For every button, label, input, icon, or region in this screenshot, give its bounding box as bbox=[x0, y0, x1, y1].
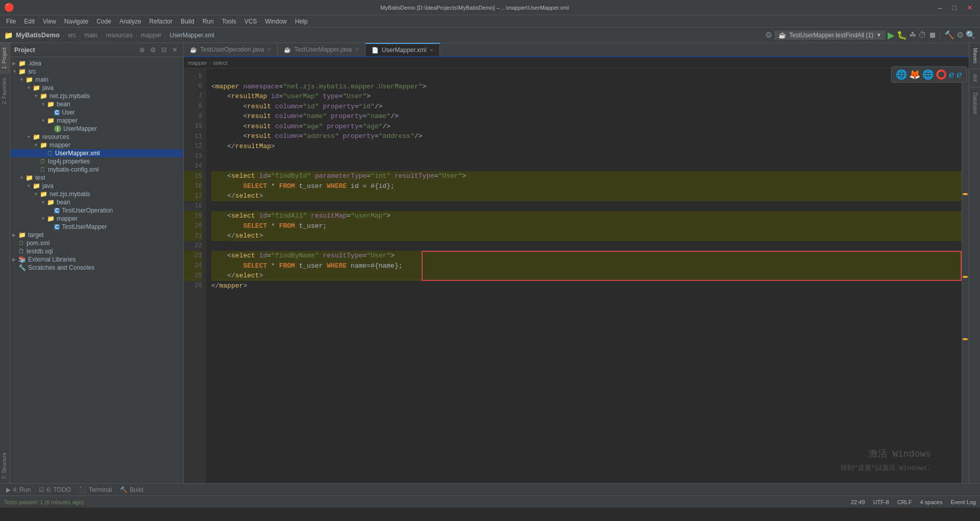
tree-label-21: target bbox=[28, 231, 44, 239]
browser-ie-icon[interactable]: ℯ bbox=[949, 69, 954, 80]
tree-item-21[interactable]: ▶📁target bbox=[10, 231, 183, 239]
tab-close-3[interactable]: ✕ bbox=[429, 48, 433, 53]
tree-item-23[interactable]: 🗒testdb.sql bbox=[10, 247, 183, 255]
tree-item-1[interactable]: ▼📁src bbox=[10, 67, 183, 76]
menu-item-tools[interactable]: Tools bbox=[218, 17, 240, 26]
breadcrumb-part-1[interactable]: mapper bbox=[188, 60, 207, 66]
run-button[interactable]: ▶ bbox=[888, 30, 895, 41]
tree-item-19[interactable]: ▼📁mapper bbox=[10, 215, 183, 223]
project-gear-button[interactable]: ⚙ bbox=[149, 45, 158, 54]
line-num-15: 15 bbox=[184, 171, 202, 181]
tab-user-mapper-xml[interactable]: 📄 UserMapper.xml ✕ bbox=[365, 43, 440, 56]
line-num-14: 14 bbox=[184, 161, 202, 172]
tree-item-7[interactable]: ▼📁mapper bbox=[10, 116, 183, 125]
tab-test-user-operation[interactable]: ☕ TestUserOperation.java ✕ bbox=[184, 43, 278, 56]
tree-item-3[interactable]: ▼📁java bbox=[10, 84, 183, 92]
menu-item-code[interactable]: Code bbox=[92, 17, 115, 26]
menu-item-navigate[interactable]: Navigate bbox=[60, 17, 92, 26]
line-num-20: 20 bbox=[184, 221, 202, 231]
tree-item-9[interactable]: ▼📁resources bbox=[10, 133, 183, 141]
menu-item-edit[interactable]: Edit bbox=[20, 17, 39, 26]
tab-build[interactable]: 🔨 Build bbox=[116, 485, 148, 494]
menu-item-file[interactable]: File bbox=[2, 17, 20, 26]
line-num-18: 18 bbox=[184, 201, 202, 211]
browser-edge2-icon[interactable]: ℯ bbox=[957, 69, 962, 80]
sidebar-tab-structure[interactable]: 7: Structure bbox=[0, 448, 10, 483]
breadcrumb-sep3: › bbox=[101, 32, 103, 39]
tree-item-5[interactable]: ▼📁bean bbox=[10, 100, 183, 108]
browser-firefox-icon[interactable]: 🦊 bbox=[909, 69, 920, 80]
tree-item-14[interactable]: ▼📁test bbox=[10, 174, 183, 182]
browser-chrome-icon[interactable]: 🌐 bbox=[896, 69, 907, 80]
settings-button[interactable]: ⚙ bbox=[957, 30, 964, 40]
tree-item-11[interactable]: 🗒UserMapper.xml bbox=[10, 149, 183, 157]
tree-item-10[interactable]: ▼📁mapper bbox=[10, 141, 183, 149]
code-line-16: SELECT * FROM t_user WHERE id = #{id}; bbox=[211, 181, 962, 192]
menu-item-window[interactable]: Window bbox=[261, 17, 291, 26]
tab-run[interactable]: ▶ 4: Run bbox=[2, 485, 35, 494]
tree-item-16[interactable]: ▼📁net.zjs.mybatis bbox=[10, 190, 183, 198]
editor-area: ☕ TestUserOperation.java ✕ ☕ TestUserMap… bbox=[184, 43, 969, 483]
search-button[interactable]: 🔍 bbox=[966, 30, 976, 40]
menu-item-refactor[interactable]: Refactor bbox=[145, 17, 177, 26]
tree-item-4[interactable]: ▼📁net.zjs.mybatis bbox=[10, 92, 183, 100]
stop-button[interactable]: ⏹ bbox=[928, 31, 937, 40]
profile-button[interactable]: ⏱ bbox=[918, 31, 926, 40]
breadcrumb-part-2[interactable]: select bbox=[213, 60, 228, 66]
project-expand-button[interactable]: ⊟ bbox=[160, 45, 168, 54]
coverage-button[interactable]: ☘ bbox=[909, 30, 916, 40]
line-num-21: 21 bbox=[184, 231, 202, 241]
maximize-button[interactable]: □ bbox=[949, 3, 960, 13]
xml-space bbox=[239, 82, 243, 92]
browser-edge-icon[interactable]: 🌐 bbox=[922, 69, 934, 80]
tree-label-16: net.zjs.mybatis bbox=[50, 191, 90, 198]
minimize-button[interactable]: – bbox=[935, 3, 945, 13]
navigate-back-button[interactable]: ⚙ bbox=[765, 30, 772, 40]
close-button[interactable]: ✕ bbox=[964, 3, 976, 13]
tab-test-user-mapper[interactable]: ☕ TestUserMapper.java ✕ bbox=[278, 43, 365, 56]
tree-item-0[interactable]: ▶📁.idea bbox=[10, 59, 183, 67]
tree-item-18[interactable]: CTestUserOperation bbox=[10, 206, 183, 215]
tree-item-13[interactable]: 🗒mybatis-config.xml bbox=[10, 165, 183, 174]
tree-icon-21: 📁 bbox=[18, 231, 26, 239]
status-event-log[interactable]: Event Log bbox=[950, 499, 976, 505]
tree-item-25[interactable]: 🔧Scratches and Consoles bbox=[10, 264, 183, 272]
right-tab-ant[interactable]: Ant bbox=[969, 69, 980, 87]
tree-item-22[interactable]: 🗒pom.xml bbox=[10, 239, 183, 247]
build-button[interactable]: 🔨 bbox=[944, 30, 954, 40]
tree-arrow-2: ▼ bbox=[19, 77, 26, 82]
tree-item-15[interactable]: ▼📁java bbox=[10, 182, 183, 190]
menu-item-view[interactable]: View bbox=[39, 17, 60, 26]
tab-todo[interactable]: ☑ 6: TODO bbox=[35, 485, 75, 494]
run-config-selector[interactable]: ☕ TestUserMapper.testFindAll (1) ▼ bbox=[774, 31, 886, 40]
menu-item-help[interactable]: Help bbox=[291, 17, 312, 26]
tab-terminal[interactable]: ⬛ Terminal bbox=[75, 485, 116, 494]
menu-item-analyze[interactable]: Analyze bbox=[115, 17, 145, 26]
editor-scrollbar[interactable] bbox=[962, 68, 969, 483]
tab-close-2[interactable]: ✕ bbox=[355, 47, 359, 53]
debug-button[interactable]: 🐛 bbox=[897, 30, 907, 40]
menu-item-vcs[interactable]: VCS bbox=[240, 17, 261, 26]
project-header-icons: ⊕ ⚙ ⊟ ✕ bbox=[138, 45, 179, 54]
line-num-6: 6 bbox=[184, 82, 202, 92]
project-name: MyBatisDemo bbox=[16, 31, 60, 39]
tree-item-24[interactable]: ▶📚External Libraries bbox=[10, 255, 183, 264]
menu-item-run[interactable]: Run bbox=[199, 17, 218, 26]
tree-item-2[interactable]: ▼📁main bbox=[10, 76, 183, 84]
right-panel: Maven Ant Database bbox=[969, 43, 980, 483]
code-content[interactable]: <mapper namespace="net.zjs.mybatis.mappe… bbox=[206, 68, 962, 483]
browser-opera-icon[interactable]: ⭕ bbox=[936, 69, 947, 80]
tree-item-17[interactable]: ▼📁bean bbox=[10, 198, 183, 206]
tree-item-6[interactable]: CUser bbox=[10, 108, 183, 116]
project-add-button[interactable]: ⊕ bbox=[138, 45, 146, 54]
tree-item-8[interactable]: IUserMapper bbox=[10, 125, 183, 133]
sidebar-tab-project[interactable]: 1: Project bbox=[0, 43, 10, 73]
sidebar-tab-favorites[interactable]: 2: Favorites bbox=[0, 73, 10, 108]
tree-item-12[interactable]: 🗒log4j.properties bbox=[10, 157, 183, 165]
tab-close-1[interactable]: ✕ bbox=[267, 47, 271, 53]
menu-item-build[interactable]: Build bbox=[177, 17, 199, 26]
project-close-button[interactable]: ✕ bbox=[170, 45, 179, 54]
right-tab-maven[interactable]: Maven bbox=[969, 43, 980, 69]
right-tab-database[interactable]: Database bbox=[969, 87, 980, 120]
tree-item-20[interactable]: CTestUserMapper bbox=[10, 223, 183, 231]
